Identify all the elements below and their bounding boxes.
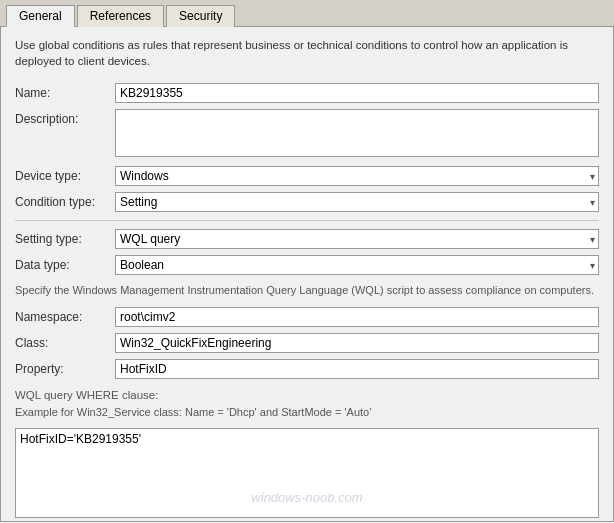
name-label: Name: <box>15 83 115 100</box>
property-label: Property: <box>15 359 115 376</box>
data-type-select[interactable]: Boolean <box>115 255 599 275</box>
name-row: Name: <box>15 83 599 103</box>
device-type-row: Device type: Windows ▾ <box>15 166 599 186</box>
wql-example-text: Example for Win32_Service class: Name = … <box>15 405 599 420</box>
wql-input[interactable] <box>15 428 599 518</box>
condition-type-row: Condition type: Setting ▾ <box>15 192 599 212</box>
divider-1 <box>15 220 599 221</box>
class-field-wrapper <box>115 333 599 353</box>
data-type-select-wrapper: Boolean ▾ <box>115 255 599 275</box>
class-label: Class: <box>15 333 115 350</box>
setting-type-select[interactable]: WQL query <box>115 229 599 249</box>
device-type-select[interactable]: Windows <box>115 166 599 186</box>
description-field-wrapper <box>115 109 599 160</box>
namespace-label: Namespace: <box>15 307 115 324</box>
class-input[interactable] <box>115 333 599 353</box>
condition-type-select[interactable]: Setting <box>115 192 599 212</box>
property-input[interactable] <box>115 359 599 379</box>
tab-security[interactable]: Security <box>166 5 235 27</box>
data-type-label: Data type: <box>15 255 115 272</box>
setting-type-wrapper: WQL query ▾ <box>115 229 599 249</box>
content-area: Use global conditions as rules that repr… <box>0 27 614 522</box>
name-field-wrapper <box>115 83 599 103</box>
tab-references[interactable]: References <box>77 5 164 27</box>
description-text: Use global conditions as rules that repr… <box>15 37 599 69</box>
namespace-field-wrapper <box>115 307 599 327</box>
data-type-wrapper: Boolean ▾ <box>115 255 599 275</box>
condition-type-wrapper: Setting ▾ <box>115 192 599 212</box>
wql-section: WQL query WHERE clause: Example for Win3… <box>15 389 599 521</box>
description-input[interactable] <box>115 109 599 157</box>
class-row: Class: <box>15 333 599 353</box>
wql-hint-text: Specify the Windows Management Instrumen… <box>15 283 599 298</box>
namespace-row: Namespace: <box>15 307 599 327</box>
tab-general[interactable]: General <box>6 5 75 27</box>
tabs-bar: General References Security <box>0 0 614 27</box>
condition-type-label: Condition type: <box>15 192 115 209</box>
property-row: Property: <box>15 359 599 379</box>
description-row: Description: <box>15 109 599 160</box>
name-input[interactable] <box>115 83 599 103</box>
wql-section-label: WQL query WHERE clause: <box>15 389 599 401</box>
setting-type-row: Setting type: WQL query ▾ <box>15 229 599 249</box>
data-type-row: Data type: Boolean ▾ <box>15 255 599 275</box>
setting-type-label: Setting type: <box>15 229 115 246</box>
wql-textarea-box <box>15 428 599 521</box>
device-type-wrapper: Windows ▾ <box>115 166 599 186</box>
device-type-select-wrapper: Windows ▾ <box>115 166 599 186</box>
condition-type-select-wrapper: Setting ▾ <box>115 192 599 212</box>
namespace-input[interactable] <box>115 307 599 327</box>
setting-type-select-wrapper: WQL query ▾ <box>115 229 599 249</box>
description-label: Description: <box>15 109 115 126</box>
device-type-label: Device type: <box>15 166 115 183</box>
property-field-wrapper <box>115 359 599 379</box>
